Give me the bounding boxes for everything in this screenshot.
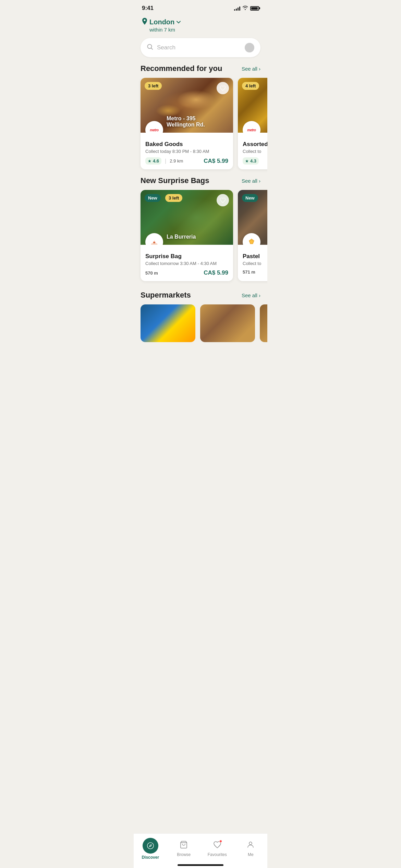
recommended-see-all[interactable]: See all › <box>242 66 260 72</box>
pastel-distance: 571 m <box>243 269 255 275</box>
la-burreria-distance: 570 m <box>145 270 158 276</box>
metro-logo: metro <box>145 121 163 133</box>
signal-icon <box>234 6 240 11</box>
baked-goods-collect: Collect today 8:30 PM - 8:30 AM <box>145 149 228 154</box>
search-container: Search <box>134 38 267 64</box>
pastel-collect: Collect to <box>243 261 267 266</box>
baked-goods-store-name: Metro - 395Wellington Rd. <box>167 116 205 128</box>
recommended-header: Recommended for you See all › <box>134 64 267 78</box>
assorted-title: Assorted <box>243 141 267 148</box>
supermarkets-header: Supermarkets See all › <box>134 291 267 304</box>
pastel-footer: 571 m <box>243 269 267 275</box>
assorted-footer: ★ 4.3 <box>243 157 267 165</box>
svg-text:🎪: 🎪 <box>153 241 156 243</box>
la-burreria-title: Surprise Bag <box>145 253 228 260</box>
pastel-new-badge: New <box>242 194 258 202</box>
search-icon <box>147 44 154 52</box>
la-burreria-favourite-button[interactable] <box>217 194 229 206</box>
nav-me[interactable]: Me <box>239 841 263 857</box>
supermarkets-see-all[interactable]: See all › <box>242 292 260 298</box>
la-burreria-new-badge: New <box>145 194 161 202</box>
status-icons <box>234 5 259 11</box>
surprise-bags-scroll: New 3 left 🎪 La Burreria <box>134 190 267 288</box>
assorted-image: 4 left metro <box>238 78 267 133</box>
favourites-badge-dot <box>219 840 222 843</box>
search-placeholder: Search <box>157 44 241 51</box>
search-bar[interactable]: Search <box>141 38 260 57</box>
assorted-rating: 4.3 <box>250 158 256 164</box>
home-indicator <box>178 864 223 866</box>
pastel-card-body: Pastel Collect to 571 m <box>238 245 267 279</box>
separator: | <box>165 158 166 164</box>
baked-goods-price: CA$ 5.99 <box>204 158 228 165</box>
baked-goods-footer: ★ 4.6 | 2.9 km CA$ 5.99 <box>145 157 228 165</box>
supermarket-cards-scroll <box>134 304 267 349</box>
baked-goods-title: Baked Goods <box>145 141 228 148</box>
recommended-section: Recommended for you See all › 3 left met… <box>134 64 267 176</box>
pastel-title: Pastel <box>243 253 267 260</box>
location-pin-icon <box>142 18 147 26</box>
baked-goods-card-body: Baked Goods Collect today 8:30 PM - 8:30… <box>141 133 233 169</box>
la-burreria-collect: Collect tomorrow 3:30 AM - 4:30 AM <box>145 261 228 266</box>
recommended-title: Recommended for you <box>141 64 222 73</box>
assorted-rating-badge: ★ 4.3 <box>243 157 259 165</box>
nav-browse[interactable]: Browse <box>172 841 196 857</box>
surprise-bags-section: New Surprise Bags See all › New 3 left <box>134 176 267 288</box>
baked-goods-favourite-button[interactable] <box>217 82 229 94</box>
surprise-bags-title: New Surprise Bags <box>141 176 209 185</box>
baked-goods-rating: ★ 4.6 | 2.9 km <box>145 157 183 165</box>
baked-goods-card[interactable]: 3 left metro Metro - 395Wellington Rd. B… <box>141 78 233 169</box>
rating-value: 4.6 <box>153 158 159 164</box>
baked-goods-badge: 3 left <box>145 82 162 90</box>
supermarket-card-2[interactable] <box>200 304 255 342</box>
surprise-bags-header: New Surprise Bags See all › <box>134 176 267 190</box>
assorted-star-icon: ★ <box>245 159 249 164</box>
supermarket-card-3[interactable] <box>260 304 267 342</box>
status-bar: 9:41 <box>134 0 267 14</box>
location-header[interactable]: London within 7 km <box>134 14 267 38</box>
la-burreria-name: La Burreria <box>167 234 196 240</box>
battery-icon <box>250 6 259 11</box>
location-city: London <box>149 18 174 26</box>
location-radius: within 7 km <box>149 27 259 33</box>
baked-goods-distance: 2.9 km <box>170 158 183 164</box>
bottom-nav: Discover Browse Favourites <box>134 833 267 868</box>
me-label: Me <box>248 852 254 857</box>
la-burreria-price: CA$ 5.99 <box>204 269 228 276</box>
me-icon <box>246 841 255 851</box>
baked-goods-image: 3 left metro Metro - 395Wellington Rd. <box>141 78 233 133</box>
discover-label: Discover <box>142 855 159 860</box>
assorted-card[interactable]: 4 left metro Assorted Collect to ★ 4.3 <box>238 78 267 169</box>
wifi-icon <box>242 5 248 11</box>
supermarkets-title: Supermarkets <box>141 291 191 300</box>
favourites-icon-wrap <box>213 841 221 851</box>
nav-discover[interactable]: Discover <box>138 838 162 860</box>
svg-point-7 <box>150 845 151 846</box>
pastel-logo <box>243 233 260 245</box>
assorted-card-body: Assorted Collect to ★ 4.3 <box>238 133 267 169</box>
la-burreria-left-badge: 3 left <box>165 194 182 202</box>
star-icon: ★ <box>148 159 151 164</box>
supermarket-card-1[interactable] <box>141 304 195 342</box>
supermarkets-section: Supermarkets See all › <box>134 291 267 349</box>
svg-point-9 <box>249 842 252 845</box>
la-burreria-card[interactable]: New 3 left 🎪 La Burreria <box>141 190 233 281</box>
surprise-bags-see-all[interactable]: See all › <box>242 178 260 184</box>
browse-label: Browse <box>177 852 191 857</box>
nav-favourites[interactable]: Favourites <box>205 841 229 857</box>
browse-icon <box>180 841 188 851</box>
assorted-badge: 4 left <box>242 82 259 90</box>
la-burreria-logo: 🎪 <box>145 233 163 245</box>
discover-icon <box>143 838 158 854</box>
la-burreria-footer: 570 m CA$ 5.99 <box>145 269 228 276</box>
rating-badge: ★ 4.6 <box>145 157 161 165</box>
pastel-card[interactable]: New Pastel Collect to 571 m <box>238 190 267 281</box>
chevron-down-icon <box>177 19 181 25</box>
status-time: 9:41 <box>142 5 154 12</box>
search-mic-icon[interactable] <box>245 43 254 52</box>
pastel-image: New <box>238 190 267 245</box>
assorted-collect: Collect to <box>243 149 267 154</box>
recommended-cards-scroll: 3 left metro Metro - 395Wellington Rd. B… <box>134 78 267 176</box>
svg-point-0 <box>144 20 146 21</box>
favourites-label: Favourites <box>208 852 227 857</box>
